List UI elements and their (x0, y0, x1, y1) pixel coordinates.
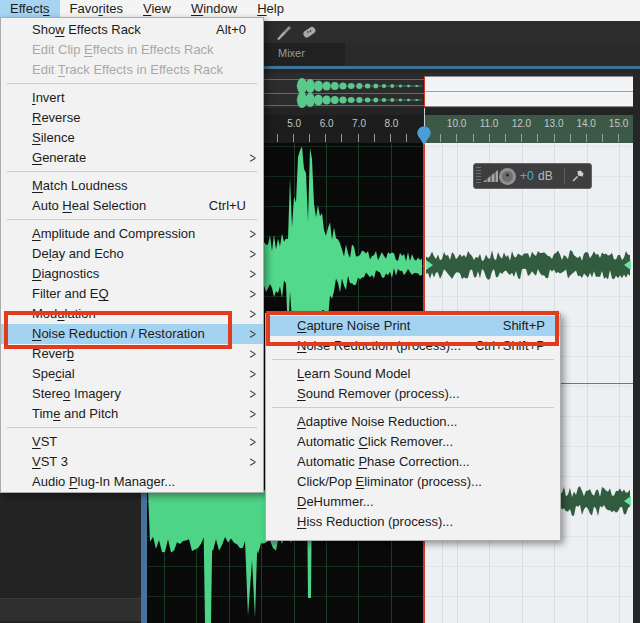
menubar-item-label: s (43, 1, 50, 16)
noise-submenu-item-automatic-click-remover[interactable]: Automatic Click Remover... (266, 432, 560, 452)
effects-menu-item-modulation[interactable]: Modulation> (1, 304, 263, 324)
ruler-label: 5.0 (287, 118, 301, 129)
menubar-item-label: elp (267, 1, 284, 16)
menu-item-label: Audio Plug-In Manager... (32, 474, 175, 489)
menubar-item-effects[interactable]: Effects (0, 0, 60, 17)
menu-separator (7, 219, 257, 220)
gain-unit: dB (538, 169, 553, 183)
effects-menu-item-vst[interactable]: VST> (1, 432, 263, 452)
noise-submenu-item-dehummer[interactable]: DeHummer... (266, 492, 560, 512)
noise-submenu-item-click-pop-eliminator-process[interactable]: Click/Pop Eliminator (process)... (266, 472, 560, 492)
effects-menu-item-time-and-pitch[interactable]: Time and Pitch> (1, 404, 263, 424)
menu-item-label: Sound Remover (process)... (297, 386, 460, 401)
menu-separator (7, 171, 257, 172)
effects-menu-item-audio-plug-in-manager[interactable]: Audio Plug-In Manager... (1, 472, 263, 492)
menu-separator (7, 83, 257, 84)
menu-item-label: Filter and EQ (32, 286, 109, 301)
menu-separator (7, 427, 257, 428)
menu-item-label: Diagnostics (32, 266, 99, 281)
effects-menu-item-match-loudness[interactable]: Match Loudness (1, 176, 263, 196)
effects-menu-item-invert[interactable]: Invert (1, 88, 263, 108)
menu-item-label: Modulation (32, 306, 96, 321)
effects-menu-item-delay-and-echo[interactable]: Delay and Echo> (1, 244, 263, 264)
left-panel-footer (0, 598, 141, 621)
submenu-arrow-icon: > (250, 146, 256, 171)
menubar-item-favorites[interactable]: Favorites (60, 0, 133, 17)
noise-submenu-item-hiss-reduction-process[interactable]: Hiss Reduction (process)... (266, 512, 560, 532)
paintbrush-icon[interactable] (276, 25, 292, 40)
knob-icon[interactable] (498, 167, 517, 186)
menu-item-label: Silence (32, 130, 75, 145)
menubar-item-window[interactable]: Window (181, 0, 247, 17)
effects-menu-item-silence[interactable]: Silence (1, 128, 263, 148)
menu-item-label: Special (32, 366, 75, 381)
effects-menu-item-diagnostics[interactable]: Diagnostics> (1, 264, 263, 284)
effects-menu-item-auto-heal-selection[interactable]: Auto Heal SelectionCtrl+U (1, 196, 263, 216)
ruler-label: 6.0 (320, 118, 334, 129)
volume-hud[interactable]: +0 dB (473, 163, 592, 189)
effects-menu-item-special[interactable]: Special> (1, 364, 263, 384)
ruler-ticks (424, 134, 633, 142)
menu-item-label: Automatic Phase Correction... (297, 454, 470, 469)
overview-selection-divider (424, 91, 633, 92)
ruler-label: 7.0 (352, 118, 366, 129)
menu-item-label: Adaptive Noise Reduction... (297, 414, 457, 429)
pin-icon[interactable] (571, 168, 586, 183)
menu-item-label: Amplitude and Compression (32, 226, 195, 241)
ruler-label: 13.0 (544, 118, 563, 129)
menu-item-label: Reverse (32, 110, 80, 125)
menu-separator (272, 407, 554, 408)
hud-drag-grip[interactable] (476, 167, 481, 185)
menu-item-label: Noise Reduction (process)... (297, 338, 461, 353)
bandaid-icon[interactable] (300, 24, 318, 41)
menu-item-label: Click/Pop Eliminator (process)... (297, 474, 482, 489)
effects-menu-item-stereo-imagery[interactable]: Stereo Imagery> (1, 384, 263, 404)
menubar-item-label: Effect (10, 1, 43, 16)
noise-submenu-item-automatic-phase-correction[interactable]: Automatic Phase Correction... (266, 452, 560, 472)
menu-item-label: Invert (32, 90, 65, 105)
noise-submenu-item-sound-remover-process[interactable]: Sound Remover (process)... (266, 384, 560, 404)
menubar-item-label: W (191, 1, 203, 16)
effects-menu-item-filter-and-eq[interactable]: Filter and EQ> (1, 284, 263, 304)
menu-shortcut: Shift+P (503, 316, 545, 336)
hud-divider (564, 168, 565, 184)
ruler-label: 14.0 (576, 118, 595, 129)
menubar-item-label: H (257, 1, 266, 16)
menu-item-label: Time and Pitch (32, 406, 118, 421)
noise-submenu-item-capture-noise-print[interactable]: Capture Noise PrintShift+P (266, 316, 560, 336)
audition-window: { "menubar": { "items": [ {"pre":"Effect… (0, 0, 640, 623)
effects-menu-item-amplitude-and-compression[interactable]: Amplitude and Compression> (1, 224, 263, 244)
volume-ramp-icon (483, 169, 499, 183)
ruler-label: 10.0 (447, 118, 466, 129)
menubar-item-view[interactable]: View (133, 0, 181, 17)
effects-menu-item-reverb[interactable]: Reverb> (1, 344, 263, 364)
ruler-label: 11.0 (480, 118, 499, 129)
menubar-item-help[interactable]: Help (247, 0, 294, 17)
menu-item-label: Delay and Echo (32, 246, 124, 261)
playhead-stem (424, 108, 425, 128)
menu-item-label: Reverb (32, 346, 74, 361)
menubar-item-label: ites (103, 1, 123, 16)
menu-item-label: Stereo Imagery (32, 386, 121, 401)
menu-item-label: Generate (32, 150, 86, 165)
effects-menu-item-edit-clip-effects-in-effects-rack: Edit Clip Effects in Effects Rack (1, 40, 263, 60)
effects-menu-item-vst-3[interactable]: VST 3> (1, 452, 263, 472)
ruler-label: 8.0 (384, 118, 398, 129)
right-edge-panel (633, 69, 640, 623)
menu-item-label: Hiss Reduction (process)... (297, 514, 453, 529)
menu-item-label: VST 3 (32, 454, 68, 469)
menu-item-label: Automatic Click Remover... (297, 434, 453, 449)
submenu-arrow-icon: > (250, 402, 256, 427)
noise-submenu-item-adaptive-noise-reduction[interactable]: Adaptive Noise Reduction... (266, 412, 560, 432)
effects-menu-item-show-effects-rack[interactable]: Show Effects RackAlt+0 (1, 20, 263, 40)
effects-menu-item-generate[interactable]: Generate> (1, 148, 263, 168)
effects-menu-item-reverse[interactable]: Reverse (1, 108, 263, 128)
menu-separator (272, 359, 554, 360)
gain-value: +0 (520, 169, 534, 183)
submenu-arrow-icon: > (250, 450, 256, 475)
playhead-marker[interactable] (417, 126, 431, 146)
noise-submenu-item-noise-reduction-process[interactable]: Noise Reduction (process)...Ctrl+Shift+P (266, 336, 560, 356)
noise-submenu-item-learn-sound-model[interactable]: Learn Sound Model (266, 364, 560, 384)
effects-menu: Show Effects RackAlt+0Edit Clip Effects … (0, 17, 264, 493)
effects-menu-item-noise-reduction-restoration[interactable]: Noise Reduction / Restoration> (1, 324, 263, 344)
